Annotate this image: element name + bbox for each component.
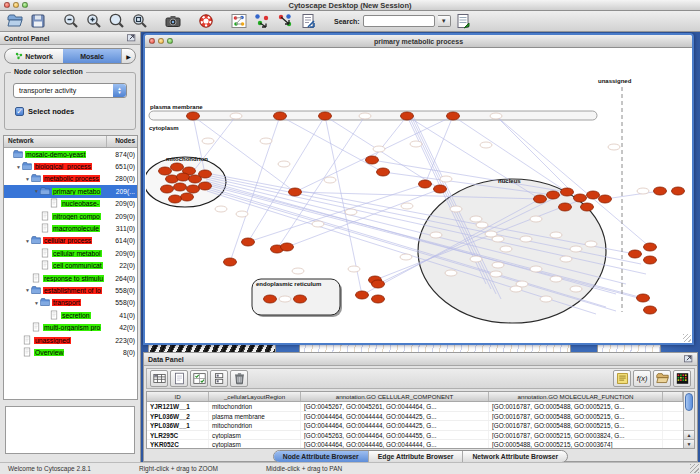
table-row[interactable]: YPL036W__1mitochondrion[GO:0044464, GO:0… xyxy=(147,421,683,431)
unhighlighted-node[interactable] xyxy=(476,222,488,228)
zoom-selected-button[interactable] xyxy=(129,12,150,30)
tree-row[interactable]: ▼cellular process614(0) xyxy=(4,235,137,247)
network-node[interactable] xyxy=(644,256,657,264)
vizmap-legend-button[interactable] xyxy=(228,12,249,30)
network-node[interactable] xyxy=(377,168,390,176)
network-node[interactable] xyxy=(171,163,184,171)
unhighlighted-node[interactable] xyxy=(570,246,582,252)
birdseye-view[interactable] xyxy=(5,406,135,454)
unhighlighted-node[interactable] xyxy=(530,266,542,272)
unhighlighted-node[interactable] xyxy=(510,286,522,292)
tree-row[interactable]: ▼metabolic process280(0) xyxy=(4,173,137,185)
column-header[interactable]: annotation.GO MOLECULAR_FUNCTION xyxy=(489,392,663,401)
save-button[interactable] xyxy=(27,12,48,30)
network-node[interactable] xyxy=(599,195,612,203)
network-node[interactable] xyxy=(356,291,369,299)
network-node[interactable] xyxy=(199,170,212,178)
unhighlighted-node[interactable] xyxy=(202,138,214,144)
tree-row[interactable]: ▼primary metabo209(... xyxy=(4,185,137,197)
network-node[interactable] xyxy=(159,167,172,175)
unhighlighted-node[interactable] xyxy=(410,141,422,147)
tab-network-attribute-browser[interactable]: Network Attribute Browser xyxy=(463,451,567,462)
unhighlighted-node[interactable] xyxy=(470,216,482,222)
unhighlighted-node[interactable] xyxy=(530,216,542,222)
table-row[interactable]: YLR295Ccytoplasm[GO:0045263, GO:0044464,… xyxy=(147,431,683,441)
tree-row[interactable]: response to stimulu264(0) xyxy=(4,272,137,284)
network-edge[interactable] xyxy=(277,116,365,249)
unhighlighted-node[interactable] xyxy=(550,232,562,238)
unhighlighted-node[interactable] xyxy=(345,209,357,215)
table-row[interactable]: YKR052Ccytoplasm[GO:0044464, GO:0044446,… xyxy=(147,440,683,448)
zoom-in-button[interactable] xyxy=(83,12,104,30)
unhighlighted-node[interactable] xyxy=(490,271,502,277)
network-edge[interactable] xyxy=(372,116,407,160)
network-node[interactable] xyxy=(181,193,194,201)
tree-row[interactable]: mosaic-demo-yeast874(0) xyxy=(4,148,137,160)
unhighlighted-node[interactable] xyxy=(279,296,291,302)
unhighlighted-node[interactable] xyxy=(278,161,290,167)
tree-row[interactable]: ▼establishment of lo558(0) xyxy=(4,284,137,296)
network-node[interactable] xyxy=(447,112,460,120)
layout-b-button[interactable] xyxy=(274,12,295,30)
network-graph-canvas[interactable]: plasma membranecytoplasmmitochondrionnuc… xyxy=(146,49,691,343)
network-node[interactable] xyxy=(161,185,174,193)
network-node[interactable] xyxy=(654,187,667,195)
unhighlighted-node[interactable] xyxy=(373,146,385,152)
tab-edge-attribute-browser[interactable]: Edge Attribute Browser xyxy=(369,451,464,462)
delete-attribute-button[interactable] xyxy=(230,370,248,387)
network-node[interactable] xyxy=(637,294,650,302)
expand-arrow-icon[interactable]: ▼ xyxy=(33,188,40,194)
scrollbar-thumb[interactable] xyxy=(685,393,693,411)
tree-column-nodes[interactable]: Nodes xyxy=(107,136,137,147)
tree-row[interactable]: cell communicat22(0) xyxy=(4,260,137,272)
tree-row[interactable]: nitrogen compo209(0) xyxy=(4,210,137,222)
zoom-out-button[interactable] xyxy=(60,12,81,30)
unhighlighted-node[interactable] xyxy=(480,142,492,148)
unhighlighted-node[interactable] xyxy=(585,241,597,247)
network-node[interactable] xyxy=(561,188,574,196)
network-node[interactable] xyxy=(177,173,190,181)
unhighlighted-node[interactable] xyxy=(540,296,552,302)
unhighlighted-node[interactable] xyxy=(260,138,272,144)
network-node[interactable] xyxy=(401,112,414,120)
network-node[interactable] xyxy=(199,182,212,190)
app-resize-grip[interactable] xyxy=(690,464,699,473)
notes-button[interactable] xyxy=(613,370,631,387)
layout-a-button[interactable] xyxy=(251,12,272,30)
float-panel-icon[interactable] xyxy=(127,33,136,43)
unhighlighted-node[interactable] xyxy=(324,177,336,183)
network-node[interactable] xyxy=(534,195,547,203)
unhighlighted-node[interactable] xyxy=(359,113,371,119)
new-attribute-button[interactable] xyxy=(170,370,188,387)
network-node[interactable] xyxy=(224,258,237,266)
tree-row[interactable]: multi-organism pro42(0) xyxy=(4,321,137,333)
expand-arrow-icon[interactable]: ▼ xyxy=(24,287,31,293)
network-node[interactable] xyxy=(242,238,255,246)
unhighlighted-node[interactable] xyxy=(550,276,562,282)
unhighlighted-node[interactable] xyxy=(400,254,412,260)
network-node[interactable] xyxy=(644,243,657,251)
tree-row[interactable]: cellular metabol209(0) xyxy=(4,247,137,259)
unhighlighted-node[interactable] xyxy=(401,203,413,209)
tree-column-network[interactable]: Network xyxy=(4,136,107,147)
window-resize-grip[interactable] xyxy=(683,334,691,342)
network-node[interactable] xyxy=(559,203,572,211)
unhighlighted-node[interactable] xyxy=(608,144,620,150)
expand-arrow-icon[interactable]: ▼ xyxy=(33,300,40,306)
tree-row[interactable]: ▼transport558(0) xyxy=(4,297,137,309)
scroll-down-button[interactable]: ▼ xyxy=(684,439,694,448)
network-node[interactable] xyxy=(319,112,332,120)
network-node[interactable] xyxy=(672,187,685,195)
node-color-dropdown[interactable]: transporter activity ▲▼ xyxy=(13,83,127,98)
unhighlighted-node[interactable] xyxy=(292,268,304,274)
camera-button[interactable] xyxy=(162,12,183,30)
table-row[interactable]: YJR121W__1mitochondrion[GO:0045267, GO:0… xyxy=(147,402,683,412)
expand-arrow-icon[interactable]: ▼ xyxy=(24,176,31,182)
function-builder-button[interactable]: f(x) xyxy=(633,370,651,387)
tree-row[interactable]: macromolecule311(0) xyxy=(4,222,137,234)
expand-arrow-icon[interactable]: ▼ xyxy=(24,238,31,244)
unhighlighted-node[interactable] xyxy=(520,236,532,242)
unhighlighted-node[interactable] xyxy=(236,211,248,217)
unhighlighted-node[interactable] xyxy=(492,262,504,268)
tree-row[interactable]: ▼biological_process651(0) xyxy=(4,160,137,172)
